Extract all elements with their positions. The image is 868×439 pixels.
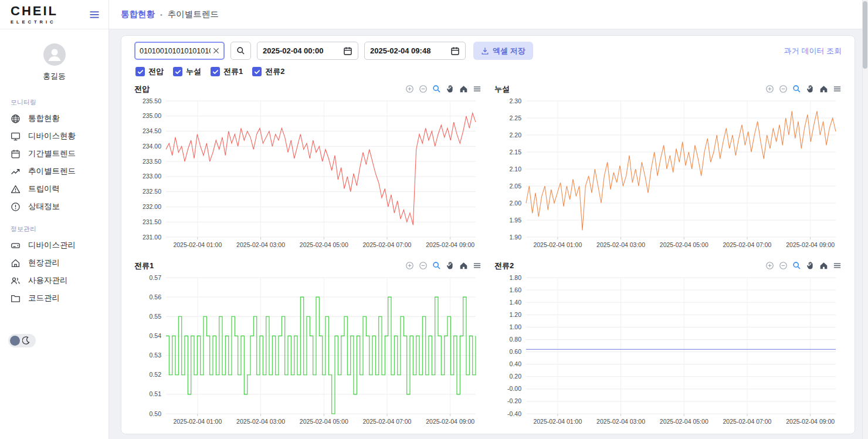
series-checkbox-label: 누설 bbox=[186, 66, 201, 77]
user-name: 홍길동 bbox=[0, 71, 108, 82]
sidebar-item-device[interactable]: 디바이스관리 bbox=[0, 237, 108, 254]
box-zoom-icon[interactable] bbox=[432, 85, 441, 93]
pan-icon[interactable] bbox=[806, 85, 815, 93]
home-icon[interactable] bbox=[459, 85, 468, 93]
sidebar-item-trend[interactable]: 추이별트렌드 bbox=[0, 163, 108, 180]
chart-panel-2: 누설2.302.252.202.152.102.052.001.951.9020… bbox=[494, 78, 842, 255]
excel-save-button[interactable]: 엑셀 저장 bbox=[473, 42, 533, 60]
series-checkbox-4[interactable]: 전류2 bbox=[252, 66, 284, 77]
box-zoom-icon[interactable] bbox=[792, 85, 801, 93]
zoom-in-icon[interactable] bbox=[405, 85, 414, 93]
sidebar-item-folder[interactable]: 코드관리 bbox=[0, 289, 108, 307]
scrollbar[interactable] bbox=[862, 0, 868, 439]
svg-text:2.25: 2.25 bbox=[510, 114, 522, 121]
svg-text:0.57: 0.57 bbox=[150, 274, 162, 281]
home-icon[interactable] bbox=[459, 261, 468, 270]
y-axis: 1.801.601.401.201.000.800.600.400.20-0.0… bbox=[507, 274, 836, 417]
sidebar-item-label: 통합현황 bbox=[28, 113, 60, 124]
sidebar-item-label: 추이별트렌드 bbox=[28, 166, 76, 177]
zoom-in-icon[interactable] bbox=[765, 261, 774, 270]
zoom-out-icon[interactable] bbox=[419, 261, 428, 270]
box-zoom-icon[interactable] bbox=[792, 261, 801, 270]
menu-icon[interactable] bbox=[833, 85, 842, 93]
date-from-input[interactable] bbox=[263, 46, 335, 55]
zoom-out-icon[interactable] bbox=[419, 85, 428, 93]
home-icon bbox=[11, 258, 21, 268]
sidebar-item-warning[interactable]: 트립이력 bbox=[0, 180, 108, 198]
menu-icon[interactable] bbox=[833, 261, 842, 270]
chart-plot-area[interactable]: 0.570.560.550.540.530.520.510.502025-02-… bbox=[134, 272, 482, 431]
sidebar-item-label: 기간별트렌드 bbox=[28, 148, 76, 159]
clear-icon[interactable] bbox=[211, 48, 219, 54]
sidebar-item-calendar[interactable]: 기간별트렌드 bbox=[0, 145, 108, 163]
sidebar-item-info[interactable]: 상태정보 bbox=[0, 198, 108, 215]
search-button[interactable] bbox=[230, 42, 251, 60]
device-id-input[interactable] bbox=[140, 47, 211, 55]
zoom-in-icon[interactable] bbox=[405, 261, 414, 270]
zoom-out-icon[interactable] bbox=[779, 85, 788, 93]
menu-icon[interactable] bbox=[473, 261, 482, 270]
user-icon bbox=[43, 43, 66, 66]
svg-text:1.90: 1.90 bbox=[510, 234, 522, 241]
chart-canvas: 0.570.560.550.540.530.520.510.502025-02-… bbox=[134, 272, 482, 429]
sidebar-item-label: 상태정보 bbox=[28, 201, 60, 212]
chart-toolbar bbox=[765, 261, 842, 270]
history-data-link[interactable]: 과거 데이터 조회 bbox=[784, 46, 842, 56]
home-icon[interactable] bbox=[819, 261, 828, 270]
chart-canvas: 235.50235.00234.50234.00233.50233.00232.… bbox=[134, 95, 482, 252]
home-icon[interactable] bbox=[819, 85, 828, 93]
checkbox-checked-icon bbox=[252, 67, 262, 76]
date-to-field bbox=[364, 42, 466, 60]
pan-icon[interactable] bbox=[446, 261, 455, 270]
date-to-input[interactable] bbox=[370, 46, 443, 55]
chart-plot-area[interactable]: 2.302.252.202.152.102.052.001.951.902025… bbox=[494, 95, 842, 255]
svg-text:-0.40: -0.40 bbox=[507, 410, 521, 417]
svg-text:2025-02-04 01:00: 2025-02-04 01:00 bbox=[173, 241, 222, 248]
svg-text:0.53: 0.53 bbox=[150, 352, 162, 359]
pan-icon[interactable] bbox=[446, 85, 455, 93]
x-axis: 2025-02-04 01:002025-02-04 03:002025-02-… bbox=[533, 101, 835, 248]
zoom-out-icon[interactable] bbox=[779, 261, 788, 270]
menu-icon[interactable] bbox=[473, 85, 482, 93]
pan-icon[interactable] bbox=[806, 261, 815, 270]
svg-text:2025-02-04 07:00: 2025-02-04 07:00 bbox=[363, 418, 412, 425]
series-checkbox-1[interactable]: 전압 bbox=[135, 66, 164, 77]
chart-title: 전류1 bbox=[134, 261, 154, 271]
svg-text:2025-02-04 03:00: 2025-02-04 03:00 bbox=[236, 241, 285, 248]
series-checkbox-2[interactable]: 누설 bbox=[173, 66, 201, 77]
sidebar-item-home[interactable]: 현장관리 bbox=[0, 254, 108, 272]
zoom-in-icon[interactable] bbox=[765, 85, 774, 93]
breadcrumb-root[interactable]: 통합현황 bbox=[121, 9, 155, 20]
app-root: CHEIL ELECTRIC 홍길동 모니터링통합현황디바이스현황기간별트렌드추… bbox=[0, 0, 868, 439]
svg-text:0.60: 0.60 bbox=[510, 348, 522, 355]
chart-title: 전압 bbox=[134, 84, 150, 94]
nav-section-label: 모니터링 bbox=[0, 89, 108, 110]
svg-text:0.55: 0.55 bbox=[150, 313, 162, 320]
search-icon bbox=[236, 46, 245, 55]
sidebar-item-users[interactable]: 사용자관리 bbox=[0, 272, 108, 289]
scrollbar-thumb[interactable] bbox=[863, 1, 867, 69]
calendar-icon[interactable] bbox=[450, 46, 460, 56]
x-axis: 2025-02-04 01:002025-02-04 03:002025-02-… bbox=[173, 278, 474, 425]
chart-plot-area[interactable]: 235.50235.00234.50234.00233.50233.00232.… bbox=[134, 95, 482, 255]
globe-icon bbox=[11, 114, 21, 124]
warning-icon bbox=[11, 184, 21, 194]
sidebar-item-globe[interactable]: 통합현황 bbox=[0, 110, 108, 127]
calendar-icon[interactable] bbox=[343, 46, 352, 56]
sidebar-item-monitor[interactable]: 디바이스현황 bbox=[0, 127, 108, 145]
theme-toggle[interactable] bbox=[8, 334, 36, 347]
sidebar-item-label: 트립이력 bbox=[28, 184, 60, 194]
sidebar-item-label: 디바이스관리 bbox=[28, 240, 76, 251]
series-checkbox-label: 전류1 bbox=[223, 66, 243, 77]
svg-text:0.50: 0.50 bbox=[150, 410, 162, 417]
chart-plot-area[interactable]: 1.801.601.401.201.000.800.600.400.20-0.0… bbox=[494, 272, 842, 431]
svg-text:234.50: 234.50 bbox=[143, 127, 161, 134]
sidebar-item-label: 디바이스현황 bbox=[28, 131, 76, 141]
svg-text:231.00: 231.00 bbox=[143, 234, 161, 241]
sidebar-toggle-button[interactable] bbox=[89, 9, 100, 21]
box-zoom-icon[interactable] bbox=[432, 261, 441, 270]
svg-text:2025-02-04 09:00: 2025-02-04 09:00 bbox=[426, 418, 474, 425]
charts-grid: 전압235.50235.00234.50234.00233.50233.0023… bbox=[134, 78, 842, 431]
chart-header: 전압 bbox=[134, 83, 482, 95]
series-checkbox-3[interactable]: 전류1 bbox=[211, 66, 243, 77]
